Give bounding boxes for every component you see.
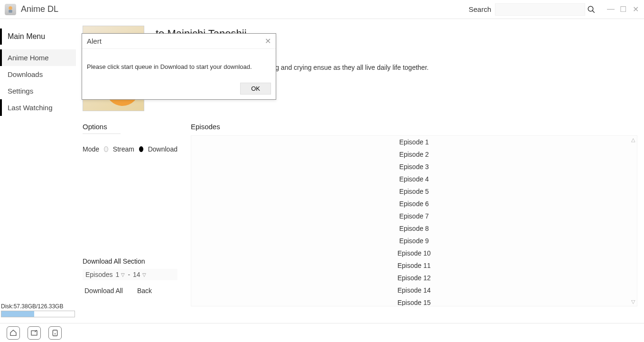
search-icon[interactable] [585,3,597,16]
list-item[interactable]: Episode 3 [191,161,637,173]
svg-point-2 [588,6,593,11]
chevron-down-icon[interactable]: ▽ [121,272,125,277]
options-header: Options [83,123,121,134]
download-all-section-header: Download All Section [83,257,177,265]
browser-icon[interactable] [28,326,41,340]
range-separator: - [128,271,130,278]
svg-line-3 [592,10,595,13]
home-icon[interactable] [7,326,20,340]
close-icon[interactable]: ✕ [265,37,271,46]
search-box[interactable] [495,3,585,16]
info-icon[interactable] [48,326,62,340]
episodes-list[interactable]: △ Episode 1 Episode 2 Episode 3 Episode … [191,135,637,306]
svg-rect-4 [31,331,37,335]
maximize-icon[interactable]: ☐ [619,5,627,14]
sidebar-item-last-watching[interactable]: Last Watching [0,99,76,116]
list-item[interactable]: Episode 8 [191,222,637,235]
minimize-icon[interactable]: — [607,5,615,14]
dialog-message: Please click start queue in Download to … [82,49,276,80]
list-item[interactable]: Episode 5 [191,185,637,198]
titlebar: Anime DL Search — ☐ ✕ [0,0,644,19]
episodes-label: Episodes [85,271,113,278]
disk-bar [1,311,75,317]
sidebar-item-label: Downloads [8,70,43,78]
list-item[interactable]: Episode 7 [191,210,637,222]
sidebar-item-label: Anime Home [8,54,49,62]
chevron-down-icon[interactable]: ▽ [142,272,146,277]
close-icon[interactable]: ✕ [632,5,639,14]
radio-download[interactable] [139,146,143,152]
list-item[interactable]: Episode 4 [191,173,637,185]
app-icon [5,4,16,15]
range-to-spinner[interactable]: 14▽ [133,271,146,278]
list-item[interactable]: Episode 1 [191,136,637,148]
list-item[interactable]: Episode 10 [191,247,637,259]
list-item[interactable]: Episode 11 [191,259,637,272]
options-panel: Options Mode Stream Download Download Al… [83,123,177,306]
sidebar-item-label: Last Watching [8,104,53,112]
sidebar-header: Main Menu [0,28,76,45]
app-title: Anime DL [21,4,58,14]
episodes-panel: Episodes △ Episode 1 Episode 2 Episode 3… [191,123,644,306]
svg-point-0 [9,6,12,10]
dialog-title: Alert [87,37,102,45]
disk-usage: Disk:57.38GB/126.33GB [0,303,76,323]
disk-text: Disk:57.38GB/126.33GB [1,303,75,310]
scroll-up-icon[interactable]: △ [631,137,635,143]
list-item[interactable]: Episode 12 [191,272,637,284]
list-item[interactable]: Episode 9 [191,235,637,247]
list-item[interactable]: Episode 15 [191,296,637,306]
scroll-down-icon[interactable]: ▽ [631,299,635,305]
sidebar-item-anime-home[interactable]: Anime Home [0,49,76,66]
download-label: Download [148,145,177,153]
radio-stream[interactable] [104,146,108,152]
ok-button[interactable]: OK [240,83,271,95]
svg-rect-1 [9,10,12,12]
back-button[interactable]: Back [137,287,152,294]
episodes-header: Episodes [191,123,637,131]
list-item[interactable]: Episode 6 [191,198,637,210]
list-item[interactable]: Episode 14 [191,284,637,296]
sidebar-item-settings[interactable]: Settings [0,83,76,99]
list-item[interactable]: Episode 2 [191,148,637,161]
sidebar-item-downloads[interactable]: Downloads [0,66,76,83]
bottombar [0,323,644,342]
episode-range: Episodes 1▽ - 14▽ [83,269,177,280]
sidebar: Main Menu Anime Home Downloads Settings … [0,19,76,323]
alert-dialog: Alert ✕ Please click start queue in Down… [82,33,276,100]
search-label: Search [468,5,491,13]
search-input[interactable] [498,6,582,13]
sidebar-item-label: Settings [8,87,33,95]
stream-label: Stream [113,145,134,153]
mode-label: Mode [83,145,99,153]
download-all-button[interactable]: Download All [84,287,123,294]
window-controls: — ☐ ✕ [607,5,639,14]
range-from-spinner[interactable]: 1▽ [116,271,125,278]
